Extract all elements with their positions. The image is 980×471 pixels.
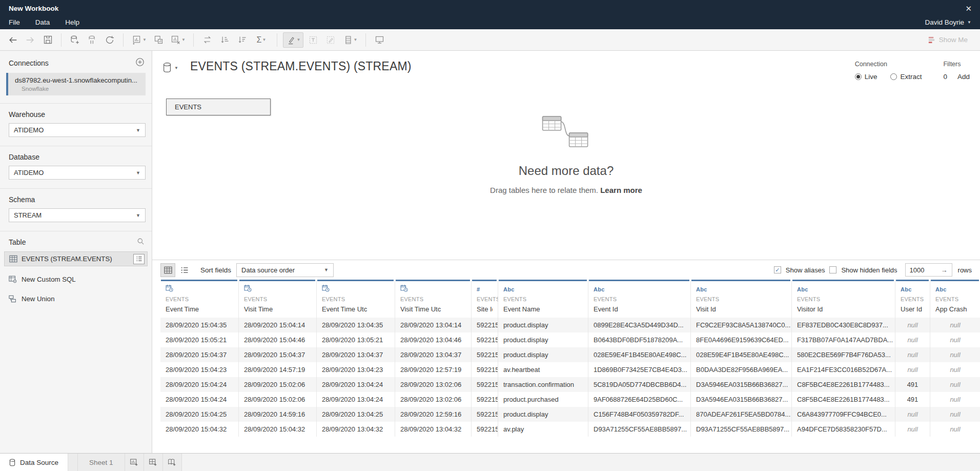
field-table-label: EVENTS <box>901 296 925 302</box>
field-type-icon <box>400 284 466 292</box>
metadata-view-button[interactable] <box>177 263 192 277</box>
presentation-mode-button[interactable] <box>372 33 387 47</box>
grid-column-header[interactable]: AbcEVENTSVisitor Id <box>792 280 895 318</box>
grid-column-header[interactable]: EVENTSEvent Time <box>160 280 239 318</box>
grid-cell: F317BB07AF0A147AAD7BDA... <box>792 332 895 347</box>
pause-updates-button[interactable] <box>85 33 100 47</box>
chevron-down-icon: ▼ <box>136 170 140 175</box>
schema-select[interactable]: STREAM ▼ <box>9 208 146 222</box>
field-name-label: Event Time <box>166 305 233 313</box>
row-count-field[interactable]: → <box>905 263 952 277</box>
tab-sheet1[interactable]: Sheet 1 <box>77 454 125 471</box>
new-custom-sql-item[interactable]: New Custom SQL <box>0 272 152 286</box>
new-datasource-button[interactable] <box>67 33 83 47</box>
search-tables-button[interactable] <box>137 238 145 247</box>
new-worksheet-icon <box>130 458 138 466</box>
grid-view-button[interactable] <box>160 263 175 277</box>
undo-button[interactable] <box>5 33 21 47</box>
grid-cell: 28/09/2020 15:02:06 <box>239 392 317 407</box>
connection-name: ds87982.eu-west-1.snowflakecomputin... <box>15 76 141 84</box>
grid-cell: 28/09/2020 13:04:46 <box>395 332 472 347</box>
refresh-button[interactable] <box>102 33 117 47</box>
tab-data-source[interactable]: Data Source <box>0 454 68 471</box>
grid-column-header[interactable]: AbcEVENTSVisit Id <box>691 280 792 318</box>
grid-cell: transaction.confirmation <box>498 377 588 392</box>
database-select[interactable]: ATIDEMO ▼ <box>9 166 146 180</box>
grid-cell: 592215 <box>472 377 498 392</box>
new-story-tab-button[interactable] <box>163 454 182 471</box>
new-dashboard-tab-button[interactable] <box>144 454 163 471</box>
grid-column-header[interactable]: AbcEVENTSUser Id <box>895 280 930 318</box>
field-name-label: Event Time Utc <box>322 305 390 313</box>
show-aliases-checkbox[interactable] <box>774 266 781 273</box>
grid-cell: 28/09/2020 12:59:16 <box>395 407 472 422</box>
grid-column-header[interactable]: AbcEVENTSEvent Id <box>588 280 691 318</box>
new-worksheet-tab-button[interactable] <box>125 454 144 471</box>
close-icon[interactable]: ✕ <box>963 4 974 13</box>
filters-add-button[interactable]: Add <box>957 73 970 81</box>
grid-column-header[interactable]: AbcEVENTSApp Crash <box>930 280 980 318</box>
grid-row: 28/09/2020 15:04:3528/09/2020 15:04:1428… <box>160 318 980 332</box>
datasource-title: EVENTS (STREAM.EVENTS) (STREAM) <box>190 60 412 73</box>
logical-table-label: EVENTS <box>175 103 201 111</box>
union-icon <box>9 295 17 303</box>
totals-button[interactable]: Σ▼ <box>252 33 271 47</box>
user-menu[interactable]: David Boyrie ▼ <box>925 18 971 26</box>
text-label-button[interactable] <box>305 33 321 47</box>
clear-sheet-button[interactable]: ▼ <box>168 33 188 47</box>
field-type-icon: Abc <box>503 284 583 292</box>
extract-radio[interactable]: Extract <box>890 73 922 81</box>
grid-cell: product.display <box>498 318 588 332</box>
field-table-label: EVENTS <box>322 296 390 302</box>
row-count-input[interactable] <box>910 266 935 274</box>
swap-rows-columns-button[interactable] <box>199 33 215 47</box>
grid-cell: 1D869B0F73425E7CB4E4D3... <box>588 362 691 377</box>
logical-table-node[interactable]: EVENTS <box>166 99 271 115</box>
connection-item[interactable]: ds87982.eu-west-1.snowflakecomputin... S… <box>6 73 146 95</box>
grid-cell: 28/09/2020 13:05:21 <box>317 332 395 347</box>
rows-label: rows <box>958 266 972 274</box>
save-button[interactable] <box>40 33 55 47</box>
redo-button[interactable] <box>23 33 38 47</box>
related-tables-icon <box>541 115 590 149</box>
cell-size-button[interactable]: ▼ <box>340 33 360 47</box>
grid-cell: D93A71255CF55AE8BB5897... <box>588 422 691 437</box>
warehouse-select[interactable]: ATIDEMO ▼ <box>9 123 146 137</box>
table-item-events[interactable]: EVENTS (STREAM.EVENTS) <box>4 251 148 266</box>
datasource-type-button[interactable]: ▼ <box>162 62 178 73</box>
grid-column-header[interactable]: #EVENTSSite Id <box>472 280 498 318</box>
grid-cell: 592215 <box>472 347 498 362</box>
duplicate-sheet-button[interactable] <box>151 33 166 47</box>
grid-column-header[interactable]: EVENTSVisit Time Utc <box>395 280 472 318</box>
field-type-icon: Abc <box>696 284 786 292</box>
show-hidden-fields-checkbox[interactable] <box>829 266 836 273</box>
field-type-icon: Abc <box>901 284 925 292</box>
table-detail-button[interactable] <box>133 254 145 264</box>
new-custom-sql-label: New Custom SQL <box>22 276 76 283</box>
grid-header-row: EVENTSEvent TimeEVENTSVisit TimeEVENTSEv… <box>160 280 980 318</box>
live-radio[interactable]: Live <box>855 73 877 81</box>
show-me-button[interactable]: Show Me <box>928 36 976 44</box>
grid-column-header[interactable]: AbcEVENTSEvent Name <box>498 280 588 318</box>
annotate-button[interactable] <box>323 33 338 47</box>
apply-rows-icon[interactable]: → <box>941 266 948 274</box>
sort-ascending-button[interactable] <box>217 33 232 47</box>
data-grid-pane: Sort fields Data source order ▼ Show ali… <box>152 260 980 453</box>
sort-descending-button[interactable] <box>234 33 250 47</box>
menu-help[interactable]: Help <box>65 18 79 26</box>
menu-data[interactable]: Data <box>35 18 50 26</box>
grid-cell: product.display <box>498 407 588 422</box>
grid-column-header[interactable]: EVENTSVisit Time <box>239 280 317 318</box>
add-connection-button[interactable] <box>135 57 145 68</box>
menu-file[interactable]: File <box>9 18 20 26</box>
grid-cell: 28/09/2020 13:04:24 <box>317 377 395 392</box>
new-union-item[interactable]: New Union <box>0 292 152 305</box>
grid-cell: 28/09/2020 13:02:06 <box>395 377 472 392</box>
learn-more-link[interactable]: Learn more <box>600 186 642 194</box>
sort-descending-icon <box>237 34 248 45</box>
sort-fields-select[interactable]: Data source order ▼ <box>236 263 334 277</box>
highlight-button[interactable]: ▼ <box>283 32 303 48</box>
filters-group: Filters 0 Add <box>943 61 970 81</box>
grid-column-header[interactable]: EVENTSEvent Time Utc <box>317 280 395 318</box>
new-worksheet-button[interactable]: ▼ <box>129 33 149 47</box>
